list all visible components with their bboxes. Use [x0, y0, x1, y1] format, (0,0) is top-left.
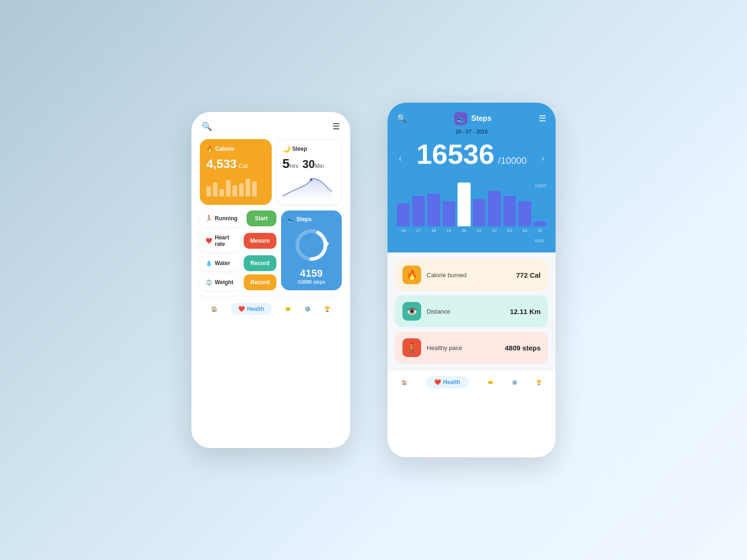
p2-nav-trophy[interactable]: 🏆 [536, 380, 542, 385]
p2-nav-home[interactable]: 🏠 [402, 380, 407, 385]
bar-col-24: 24 [518, 182, 531, 233]
calorie-card: 🔥 Calorie 4,533 Cal [200, 139, 272, 205]
social-icon: 🤝 [285, 306, 291, 312]
phone2-menu-icon[interactable]: ☰ [539, 113, 546, 124]
p2-settings-icon: ⚙️ [512, 380, 517, 385]
calorie-value: 4,533 [206, 157, 237, 171]
phone1-header: 🔍 ☰ [200, 121, 342, 132]
svg-point-3 [324, 241, 329, 246]
nav-home[interactable]: 🏠 [211, 306, 218, 312]
nav-social[interactable]: 🤝 [285, 306, 291, 312]
shoe-icon: 👟 [457, 115, 465, 122]
sleep-chart [282, 175, 336, 201]
heartrate-label: ❤️ Heart rate [200, 230, 240, 252]
pace-card: 🚶 Healthy pace 4809 steps [395, 332, 548, 364]
sleep-label: 🌙 Sleep [282, 145, 336, 153]
bar-20 [458, 182, 471, 226]
distance-icon-box: 👁️ [402, 302, 421, 321]
steps-counter-row: ‹ 16536 /10000 › [397, 138, 546, 178]
mesure-button[interactable]: Mesure [244, 233, 276, 249]
svg-point-0 [310, 178, 312, 181]
p2-social-icon: 🤝 [487, 380, 493, 385]
pace-icon-box: 🚶 [402, 338, 421, 357]
nav-health[interactable]: ❤️ Health [231, 303, 272, 315]
pace-value: 4809 steps [505, 344, 541, 352]
running-icon: 🏃 [205, 215, 212, 222]
pace-label: Healthy pace [427, 344, 505, 351]
bar-col-19: 19 [443, 182, 456, 233]
phone1: 🔍 ☰ 🔥 Calorie 4,533 Cal [191, 112, 350, 448]
phone2-top-bar: 🔍 👟 Steps ☰ [397, 112, 546, 125]
phone2: 🔍 👟 Steps ☰ 20 - 07 - 2019 ‹ 16536 /1000… [388, 103, 556, 457]
calorie-burned-value: 772 Cal [516, 271, 541, 279]
bar-18 [427, 194, 440, 226]
p2-nav-settings[interactable]: ⚙️ [512, 380, 517, 385]
bar-1 [206, 186, 211, 196]
flame-icon: 🔥 [206, 146, 213, 152]
water-icon: 💧 [205, 260, 212, 266]
home-icon: 🏠 [211, 306, 218, 312]
weight-record-button[interactable]: Record [244, 274, 276, 290]
phone2-blue-header: 🔍 👟 Steps ☰ 20 - 07 - 2019 ‹ 16536 /1000… [388, 103, 556, 252]
chart-label-10k: 10000 [535, 183, 546, 188]
phone1-bottom-nav: 🏠 ❤️ Health 🤝 ⚙️ 🏆 [200, 296, 342, 318]
moon-icon: 🌙 [282, 145, 290, 153]
activity-section: 🏃 Running Start ❤️ Heart rate Mesure [200, 210, 342, 290]
bar-4 [226, 180, 231, 196]
activity-list: 🏃 Running Start ❤️ Heart rate Mesure [200, 210, 276, 290]
bar-5 [233, 185, 237, 196]
steps-value: 4159 /10000 steps [297, 267, 325, 285]
phone2-search-icon[interactable]: 🔍 [397, 113, 407, 124]
steps-icon: 👟 [288, 216, 295, 223]
steps-count: 16536 /10000 [416, 138, 527, 170]
steps-label: 👟 Steps [288, 216, 312, 223]
bar-chart: 16 17 18 19 [397, 182, 546, 242]
trophy-icon: 🏆 [324, 306, 331, 312]
search-icon[interactable]: 🔍 [202, 121, 212, 132]
water-record-button[interactable]: Record [244, 255, 276, 271]
p2-nav-health[interactable]: ❤️ Health [426, 376, 469, 388]
steps-ring [293, 226, 330, 264]
prev-arrow[interactable]: ‹ [399, 153, 402, 163]
bar-17 [412, 196, 425, 226]
heart-icon: ❤️ [205, 238, 212, 244]
stats-cards: 🔥 Calorie burned 772 Cal 👁️ Distance 12.… [388, 252, 556, 370]
bar-19 [443, 201, 456, 226]
chart-labels: 10000 5000 [535, 183, 546, 243]
weight-label: ⚖️ Weight [200, 274, 240, 290]
activity-water: 💧 Water Record [200, 255, 276, 271]
bar-22 [488, 191, 501, 226]
running-label: 🏃 Running [200, 210, 243, 226]
calorie-burned-card: 🔥 Calorie burned 772 Cal [395, 259, 548, 291]
bar-col-18: 18 [427, 182, 440, 233]
p2-nav-social[interactable]: 🤝 [487, 380, 493, 385]
bar-col-20: 20 [458, 182, 471, 233]
next-arrow[interactable]: › [541, 153, 544, 163]
activity-weight: ⚖️ Weight Record [200, 274, 276, 290]
activity-running: 🏃 Running Start [200, 210, 276, 226]
menu-icon[interactable]: ☰ [332, 121, 340, 132]
nav-trophy[interactable]: 🏆 [324, 306, 331, 312]
bar-chart-container: 16 17 18 19 [397, 182, 546, 252]
start-button[interactable]: Start [247, 210, 276, 226]
p2-home-icon: 🏠 [402, 380, 407, 385]
water-label: 💧 Water [200, 255, 240, 271]
cards-row: 🔥 Calorie 4,533 Cal [200, 139, 342, 205]
distance-label: Distance [427, 308, 510, 315]
phones-container: 🔍 ☰ 🔥 Calorie 4,533 Cal [191, 103, 556, 457]
sleep-card: 🌙 Sleep 5Hrs 30Min [276, 139, 342, 205]
bar-col-17: 17 [412, 182, 425, 233]
settings-icon: ⚙️ [304, 306, 311, 312]
calorie-burned-label: Calorie burned [427, 272, 516, 279]
bar-8 [252, 182, 257, 196]
bar-col-23: 23 [503, 182, 516, 233]
bar-3 [219, 189, 224, 196]
sleep-value: 5Hrs 30Min [282, 156, 336, 171]
p2-trophy-icon: 🏆 [536, 380, 542, 385]
bar-7 [246, 179, 250, 196]
bar-col-16: 16 [397, 182, 410, 233]
nav-settings[interactable]: ⚙️ [304, 306, 311, 312]
calorie-icon-box: 🔥 [402, 266, 421, 284]
distance-card: 👁️ Distance 12.11 Km [395, 295, 548, 327]
phone2-bottom-nav: 🏠 ❤️ Health 🤝 ⚙️ 🏆 [388, 370, 556, 393]
